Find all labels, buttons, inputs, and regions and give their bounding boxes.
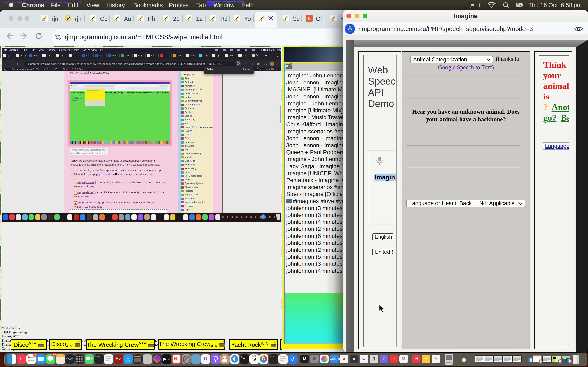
svg-text:E: E — [308, 16, 311, 21]
